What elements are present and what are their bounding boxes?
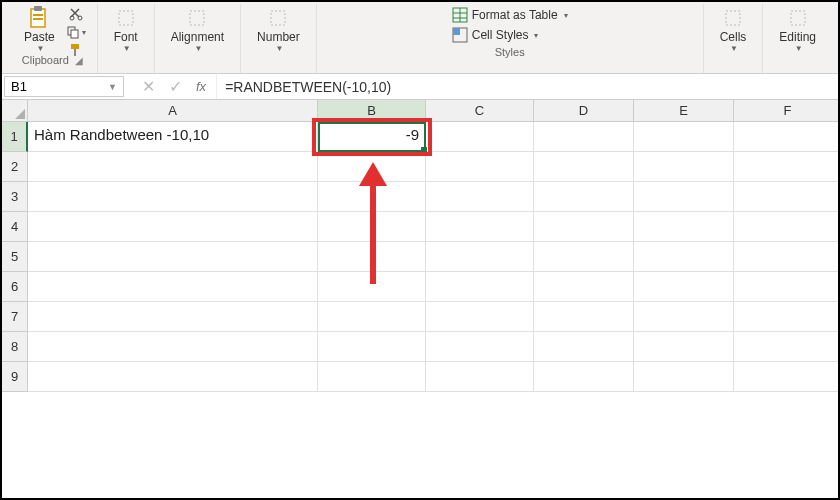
cell-c4[interactable] [426, 212, 534, 242]
row-header-9[interactable]: 9 [2, 362, 28, 392]
cells-label: Cells [720, 30, 747, 44]
cell-f2[interactable] [734, 152, 840, 182]
chevron-down-icon: ▼ [123, 44, 131, 53]
cell-b1[interactable]: -9 [318, 122, 426, 152]
cell-a6[interactable] [28, 272, 318, 302]
cell-d7[interactable] [534, 302, 634, 332]
cell-e4[interactable] [634, 212, 734, 242]
cell-c2[interactable] [426, 152, 534, 182]
styles-group-label: Styles [495, 46, 525, 58]
cell-f1[interactable] [734, 122, 840, 152]
cell-b6[interactable] [318, 272, 426, 302]
cell-c8[interactable] [426, 332, 534, 362]
column-header-f[interactable]: F [734, 100, 840, 122]
svg-rect-10 [119, 11, 133, 25]
dialog-launcher-icon[interactable]: ◢ [75, 55, 83, 66]
chevron-down-icon: ▾ [564, 11, 568, 20]
cell-b4[interactable] [318, 212, 426, 242]
cell-e1[interactable] [634, 122, 734, 152]
svg-rect-7 [71, 30, 78, 38]
row-header-3[interactable]: 3 [2, 182, 28, 212]
font-icon [114, 6, 138, 30]
name-box[interactable]: B1 ▼ [4, 76, 124, 97]
formula-input[interactable]: =RANDBETWEEN(-10,10) [216, 74, 838, 99]
cell-c5[interactable] [426, 242, 534, 272]
cell-b5[interactable] [318, 242, 426, 272]
cell-e2[interactable] [634, 152, 734, 182]
cell-e3[interactable] [634, 182, 734, 212]
row-header-8[interactable]: 8 [2, 332, 28, 362]
cell-d3[interactable] [534, 182, 634, 212]
select-all-corner[interactable] [2, 100, 28, 122]
row-header-1[interactable]: 1 [2, 122, 28, 152]
cell-c9[interactable] [426, 362, 534, 392]
enter-icon[interactable]: ✓ [169, 77, 182, 96]
cell-d2[interactable] [534, 152, 634, 182]
cell-f6[interactable] [734, 272, 840, 302]
formula-bar: B1 ▼ ✕ ✓ fx =RANDBETWEEN(-10,10) [2, 74, 838, 100]
row-header-7[interactable]: 7 [2, 302, 28, 332]
cell-d4[interactable] [534, 212, 634, 242]
cell-e5[interactable] [634, 242, 734, 272]
cell-b7[interactable] [318, 302, 426, 332]
row-header-5[interactable]: 5 [2, 242, 28, 272]
cell-a1[interactable]: Hàm Randbetween -10,10 [28, 122, 318, 152]
cell-f3[interactable] [734, 182, 840, 212]
number-button[interactable]: Number ▼ [251, 4, 306, 55]
column-header-d[interactable]: D [534, 100, 634, 122]
row-header-6[interactable]: 6 [2, 272, 28, 302]
cell-c7[interactable] [426, 302, 534, 332]
cell-a8[interactable] [28, 332, 318, 362]
cell-d1[interactable] [534, 122, 634, 152]
chevron-down-icon: ▾ [534, 31, 538, 40]
cell-a9[interactable] [28, 362, 318, 392]
column-header-b[interactable]: B [318, 100, 426, 122]
cell-e6[interactable] [634, 272, 734, 302]
cells-button[interactable]: Cells ▼ [714, 4, 753, 55]
cell-b9[interactable] [318, 362, 426, 392]
row-header-2[interactable]: 2 [2, 152, 28, 182]
cell-c6[interactable] [426, 272, 534, 302]
cell-f4[interactable] [734, 212, 840, 242]
cell-d8[interactable] [534, 332, 634, 362]
cell-f8[interactable] [734, 332, 840, 362]
column-header-e[interactable]: E [634, 100, 734, 122]
svg-rect-19 [726, 11, 740, 25]
column-header-a[interactable]: A [28, 100, 318, 122]
ribbon-group-font: Font ▼ [98, 4, 155, 73]
cell-d5[interactable] [534, 242, 634, 272]
cell-e7[interactable] [634, 302, 734, 332]
svg-point-5 [78, 16, 82, 20]
cell-f9[interactable] [734, 362, 840, 392]
editing-button[interactable]: Editing ▼ [773, 4, 822, 55]
cancel-icon[interactable]: ✕ [142, 77, 155, 96]
cut-button[interactable] [65, 6, 87, 22]
paste-button[interactable]: Paste ▼ [18, 4, 61, 55]
row-header-4[interactable]: 4 [2, 212, 28, 242]
fx-icon[interactable]: fx [196, 79, 206, 94]
column-header-c[interactable]: C [426, 100, 534, 122]
alignment-button[interactable]: Alignment ▼ [165, 4, 230, 55]
cell-a2[interactable] [28, 152, 318, 182]
cell-b2[interactable] [318, 152, 426, 182]
font-button[interactable]: Font ▼ [108, 4, 144, 55]
cell-a4[interactable] [28, 212, 318, 242]
cell-c1[interactable] [426, 122, 534, 152]
cell-a7[interactable] [28, 302, 318, 332]
cell-e8[interactable] [634, 332, 734, 362]
cell-d9[interactable] [534, 362, 634, 392]
cell-f7[interactable] [734, 302, 840, 332]
cell-e9[interactable] [634, 362, 734, 392]
svg-rect-1 [34, 6, 42, 11]
cell-a3[interactable] [28, 182, 318, 212]
format-as-table-button[interactable]: Format as Table ▾ [448, 6, 572, 24]
cell-b8[interactable] [318, 332, 426, 362]
cell-b3[interactable] [318, 182, 426, 212]
number-icon [266, 6, 290, 30]
cell-a5[interactable] [28, 242, 318, 272]
cell-f5[interactable] [734, 242, 840, 272]
cell-styles-button[interactable]: Cell Styles ▾ [448, 26, 572, 44]
cell-d6[interactable] [534, 272, 634, 302]
copy-button[interactable]: ▾ [65, 24, 87, 40]
cell-c3[interactable] [426, 182, 534, 212]
